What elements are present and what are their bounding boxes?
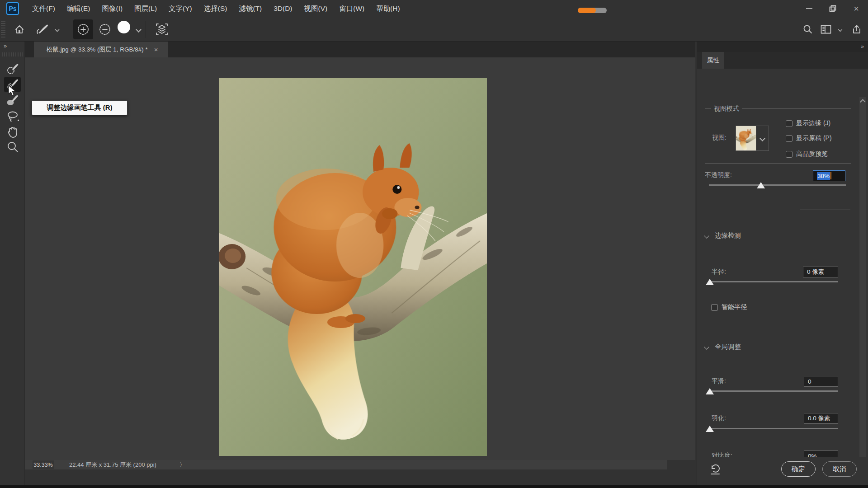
section-divider	[800, 209, 850, 210]
menu-select[interactable]: 选择(S)	[198, 0, 233, 17]
canvas-pasteboard[interactable]: 调整边缘画笔工具 (R)	[25, 57, 695, 460]
layers-stack-icon	[155, 23, 169, 36]
brush-circle-icon	[118, 21, 130, 33]
smart-radius-label: 智能半径	[722, 303, 747, 311]
refine-brush-icon	[36, 23, 49, 36]
add-to-selection-button[interactable]	[73, 19, 93, 39]
radius-slider[interactable]	[710, 279, 838, 285]
document-tab[interactable]: 松鼠.jpg @ 33.3% (图层 1, RGB/8#) * ×	[34, 42, 168, 57]
high-quality-preview-checkbox-row: 高品质预览	[786, 150, 828, 158]
lasso-icon	[6, 110, 19, 122]
workspace-switcher-button[interactable]	[818, 17, 834, 42]
opacity-input[interactable]: 38%	[813, 170, 845, 181]
high-quality-preview-checkbox[interactable]	[786, 151, 793, 158]
tab-properties[interactable]: 属性	[702, 52, 724, 69]
menu-filter[interactable]: 滤镜(T)	[233, 0, 268, 17]
view-mode-dropdown[interactable]	[736, 126, 769, 151]
tab-close-icon[interactable]: ×	[154, 46, 158, 53]
slider-track	[709, 184, 846, 186]
restore-button[interactable]	[821, 1, 844, 16]
menu-help[interactable]: 帮助(H)	[370, 0, 406, 17]
workspace-dropdown[interactable]	[836, 17, 844, 42]
close-button[interactable]: ×	[844, 1, 868, 16]
mouse-cursor	[8, 85, 18, 99]
menu-view[interactable]: 视图(V)	[298, 0, 334, 17]
panel-top-strip: »	[697, 42, 868, 52]
brush-size-dropdown[interactable]	[135, 17, 142, 42]
recording-progress-indicator	[578, 8, 607, 13]
quick-selection-tool[interactable]	[4, 61, 21, 77]
chevron-down-icon	[704, 344, 709, 349]
home-button[interactable]	[13, 17, 26, 42]
properties-panel: » 属性 视图模式 视图:	[697, 42, 868, 485]
current-tool-preset[interactable]	[33, 17, 52, 42]
opacity-value: 38%	[817, 172, 830, 180]
chevron-down-icon	[760, 136, 765, 141]
show-original-label: 显示原稿 (P)	[796, 134, 832, 142]
smart-radius-checkbox[interactable]	[711, 304, 718, 311]
show-edge-checkbox[interactable]	[786, 120, 793, 127]
chevron-down-icon	[55, 27, 59, 32]
minimize-button[interactable]	[797, 1, 821, 16]
smooth-slider[interactable]	[710, 388, 838, 394]
cancel-button[interactable]: 取消	[822, 461, 857, 477]
options-grip[interactable]	[1, 21, 5, 38]
panel-scrollbar[interactable]	[859, 97, 866, 474]
menu-image[interactable]: 图像(I)	[96, 0, 128, 17]
document-dimensions: 22.44 厘米 x 31.75 厘米 (200 ppi)	[69, 461, 156, 469]
canvas-area: 松鼠.jpg @ 33.3% (图层 1, RGB/8#) * × 调整边缘画笔…	[25, 42, 695, 488]
menu-layer[interactable]: 图层(L)	[128, 0, 163, 17]
zoom-tool[interactable]	[4, 139, 21, 155]
text-caret	[830, 172, 831, 179]
chevron-down-icon	[838, 27, 842, 32]
status-info-chevron[interactable]: 〉	[179, 461, 185, 469]
select-subject-button[interactable]	[152, 17, 172, 42]
lasso-tool[interactable]	[4, 108, 21, 124]
tool-preset-dropdown[interactable]	[53, 17, 61, 42]
menu-window[interactable]: 窗口(W)	[333, 0, 370, 17]
global-adjust-header[interactable]: 全局调整	[705, 343, 741, 351]
smooth-input[interactable]: 0	[804, 376, 838, 387]
reset-button[interactable]	[709, 462, 721, 475]
search-icon	[803, 24, 813, 34]
quick-selection-icon	[6, 63, 19, 75]
toolbar-grip	[2, 52, 23, 56]
zoom-level-field[interactable]: 33.33%	[33, 460, 54, 469]
menu-type[interactable]: 文字(Y)	[163, 0, 198, 17]
menu-edit[interactable]: 编辑(E)	[61, 0, 96, 17]
view-dropdown-chevron[interactable]	[756, 126, 769, 150]
toolbar-expand-chevrons[interactable]: »	[4, 42, 7, 49]
slider-track	[710, 281, 838, 282]
radius-input[interactable]: 0 像素	[803, 267, 838, 277]
high-quality-preview-label: 高品质预览	[796, 150, 828, 158]
canvas-image[interactable]	[219, 78, 487, 456]
show-original-checkbox[interactable]	[786, 135, 793, 142]
home-icon	[14, 24, 24, 34]
tool-options-bar: 40	[0, 17, 868, 42]
search-button[interactable]	[800, 17, 816, 42]
share-icon	[852, 24, 862, 34]
feather-input[interactable]: 0.0 像素	[804, 413, 838, 424]
menu-file[interactable]: 文件(F)	[26, 0, 61, 17]
feather-slider[interactable]	[710, 426, 838, 432]
progress-fill	[578, 8, 596, 13]
view-label: 视图:	[712, 134, 726, 142]
panel-collapse-chevrons[interactable]: »	[861, 43, 864, 50]
status-bar: 33.33% 22.44 厘米 x 31.75 厘米 (200 ppi) 〉	[25, 460, 667, 469]
circle-plus-icon	[76, 23, 90, 36]
scroll-up-icon[interactable]	[860, 99, 866, 105]
reset-icon	[709, 462, 721, 475]
show-original-checkbox-row: 显示原稿 (P)	[786, 134, 832, 142]
ok-button[interactable]: 确定	[781, 461, 816, 477]
subtract-from-selection-button[interactable]	[95, 17, 115, 42]
edge-detection-header[interactable]: 边缘检测	[705, 231, 741, 240]
brush-size-preview[interactable]	[115, 17, 133, 37]
photoshop-logo[interactable]: Ps	[6, 2, 19, 15]
view-mode-legend: 视图模式	[711, 105, 742, 113]
minimize-icon	[806, 8, 812, 9]
document-tab-title: 松鼠.jpg @ 33.3% (图层 1, RGB/8#) *	[47, 46, 148, 54]
opacity-slider[interactable]	[709, 182, 846, 188]
menu-3d[interactable]: 3D(D)	[268, 0, 298, 17]
hand-tool[interactable]	[4, 124, 21, 140]
share-button[interactable]	[849, 17, 864, 42]
